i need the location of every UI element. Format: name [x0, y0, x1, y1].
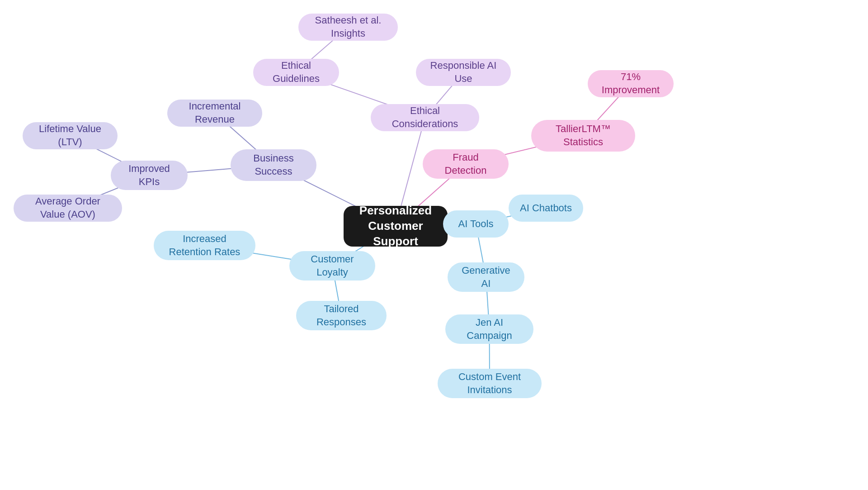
generative-ai-label: Generative AI: [458, 264, 514, 290]
satheesh-label: Satheesh et al. Insights: [308, 14, 388, 40]
customer-loyalty-node: Customer Loyalty: [289, 251, 375, 281]
ai-chatbots-label: AI Chatbots: [520, 202, 572, 215]
ethical-guidelines-label: Ethical Guidelines: [263, 59, 329, 85]
ethical-considerations-node: Ethical Considerations: [371, 104, 479, 131]
avg-order-value-label: Average Order Value (AOV): [24, 195, 112, 221]
improved-kpis-label: Improved KPIs: [121, 162, 178, 188]
lifetime-value-node: Lifetime Value (LTV): [23, 122, 118, 149]
ai-tools-label: AI Tools: [458, 218, 494, 231]
jen-ai-label: Jen AI Campaign: [455, 316, 524, 342]
responsible-ai-node: Responsible AI Use: [416, 59, 511, 86]
jen-ai-node: Jen AI Campaign: [445, 314, 533, 344]
responsible-ai-label: Responsible AI Use: [426, 59, 501, 85]
fraud-detection-node: Fraud Detection: [423, 149, 509, 179]
improvement-71-node: 71% Improvement: [588, 70, 674, 97]
ethical-guidelines-node: Ethical Guidelines: [253, 59, 339, 86]
satheesh-node: Satheesh et al. Insights: [298, 14, 398, 41]
custom-event-node: Custom Event Invitations: [438, 369, 542, 398]
tallier-stats-label: TallierLTM™ Statistics: [541, 123, 625, 148]
improvement-71-label: 71% Improvement: [598, 71, 664, 96]
increased-retention-label: Increased Retention Rates: [164, 233, 245, 258]
tailored-responses-node: Tailored Responses: [296, 301, 387, 330]
customer-loyalty-label: Customer Loyalty: [299, 253, 365, 279]
custom-event-label: Custom Event Invitations: [448, 371, 532, 396]
incremental-revenue-node: Incremental Revenue: [167, 100, 262, 127]
improved-kpis-node: Improved KPIs: [111, 161, 188, 190]
ethical-considerations-label: Ethical Considerations: [381, 105, 469, 130]
ai-tools-node: AI Tools: [443, 210, 509, 238]
increased-retention-node: Increased Retention Rates: [154, 231, 255, 260]
center-label: Personalized Customer Support: [354, 203, 438, 249]
center-node: Personalized Customer Support: [344, 206, 448, 247]
business-success-label: Business Success: [241, 152, 307, 178]
avg-order-value-node: Average Order Value (AOV): [14, 195, 122, 222]
tailored-responses-label: Tailored Responses: [306, 303, 377, 328]
tallier-stats-node: TallierLTM™ Statistics: [531, 120, 635, 152]
generative-ai-node: Generative AI: [448, 262, 524, 292]
fraud-detection-label: Fraud Detection: [433, 151, 499, 177]
business-success-node: Business Success: [231, 149, 316, 181]
ai-chatbots-node: AI Chatbots: [509, 195, 583, 222]
lifetime-value-label: Lifetime Value (LTV): [33, 123, 108, 148]
incremental-revenue-label: Incremental Revenue: [177, 100, 252, 126]
